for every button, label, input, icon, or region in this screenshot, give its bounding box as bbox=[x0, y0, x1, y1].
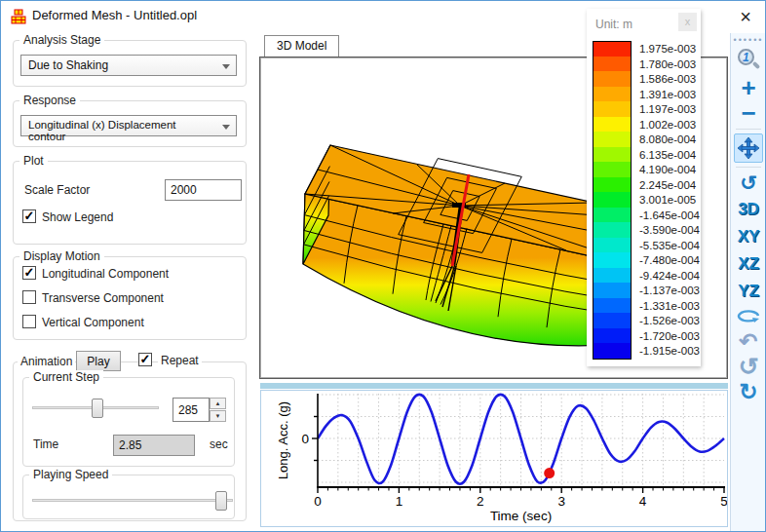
legend-color-chip bbox=[593, 268, 632, 285]
zoom-actual-icon[interactable]: 1 bbox=[734, 45, 763, 74]
legend-close-button[interactable]: x bbox=[678, 13, 697, 31]
acceleration-chart-panel: 0123450Time (sec)Long. Acc. (g) bbox=[260, 390, 728, 527]
x-tick-label: 4 bbox=[639, 494, 647, 509]
repeat-checkbox[interactable]: ✓ bbox=[138, 353, 152, 366]
zoom-in-icon[interactable]: + bbox=[734, 76, 763, 99]
display-motion-label: Display Motion bbox=[19, 249, 104, 263]
legend-value: -1.915e-003 bbox=[639, 344, 700, 359]
pan-icon[interactable] bbox=[734, 133, 763, 163]
legend-value: 4.190e-004 bbox=[639, 163, 696, 177]
legend-color-chip bbox=[593, 117, 632, 133]
plot-group: Plot bbox=[13, 161, 247, 245]
legend-value: 1.780e-003 bbox=[639, 57, 696, 72]
longitudinal-component-checkbox[interactable]: ✓ bbox=[22, 266, 36, 280]
legend-value: 1.391e-003 bbox=[639, 88, 696, 102]
animation-label: Animation bbox=[18, 355, 75, 368]
view-xz-button[interactable]: XZ bbox=[734, 251, 763, 277]
zoom-out-icon[interactable]: − bbox=[734, 101, 763, 125]
show-legend-label: Show Legend bbox=[42, 210, 113, 224]
vertical-component-label: Vertical Component bbox=[42, 316, 144, 329]
playing-speed-slider[interactable] bbox=[32, 491, 233, 511]
legend-value: -3.590e-004 bbox=[639, 223, 700, 238]
time-field bbox=[113, 435, 195, 456]
step-up-button[interactable]: ▲ bbox=[210, 398, 226, 409]
view-yz-button[interactable]: YZ bbox=[734, 279, 763, 304]
legend-color-chip bbox=[593, 162, 632, 178]
transverse-component-checkbox[interactable] bbox=[22, 290, 36, 304]
x-axis-title: Time (sec) bbox=[490, 509, 552, 523]
legend-value: 1.002e-003 bbox=[639, 118, 696, 133]
legend-value: -5.535e-004 bbox=[639, 239, 700, 253]
rotate-icon[interactable]: ↺ bbox=[734, 171, 763, 195]
legend-color-chip bbox=[593, 208, 632, 224]
legend-value: -7.480e-004 bbox=[639, 253, 700, 268]
scale-factor-input[interactable] bbox=[165, 179, 242, 201]
show-legend-checkbox[interactable]: ✓ bbox=[22, 209, 36, 223]
legend-value: -9.424e-004 bbox=[639, 269, 700, 284]
legend-value: 1.197e-003 bbox=[639, 102, 696, 117]
window-title: Deformed Mesh - Untitled.opl bbox=[32, 8, 197, 22]
vertical-component-checkbox[interactable] bbox=[22, 315, 36, 328]
current-step-slider[interactable] bbox=[32, 399, 159, 418]
legend-color-chip bbox=[593, 192, 632, 209]
slider-thumb[interactable] bbox=[92, 399, 103, 418]
legend-color-chip bbox=[593, 222, 632, 239]
analysis-stage-select[interactable]: Due to Shaking bbox=[20, 55, 237, 76]
orbit-icon[interactable] bbox=[734, 306, 763, 327]
time-label: Time bbox=[33, 437, 58, 451]
legend-color-chip bbox=[593, 298, 632, 315]
rotate-ccw-icon[interactable]: ↺ bbox=[734, 355, 763, 378]
legend-color-chip bbox=[593, 101, 632, 118]
window-close-button[interactable]: × bbox=[732, 4, 759, 29]
analysis-stage-value: Due to Shaking bbox=[28, 58, 108, 72]
scale-factor-label: Scale Factor bbox=[24, 183, 90, 197]
legend-color-chip bbox=[593, 313, 632, 329]
legend-color-chip bbox=[593, 132, 632, 148]
plot-label: Plot bbox=[19, 154, 48, 168]
legend-value: 8.080e-004 bbox=[639, 133, 696, 147]
app-icon bbox=[11, 9, 26, 24]
x-tick-label: 0 bbox=[314, 494, 322, 509]
legend-color-chip bbox=[593, 343, 632, 360]
app-window: Deformed Mesh - Untitled.opl × Analysis … bbox=[0, 0, 766, 532]
tab-3d-model[interactable]: 3D Model bbox=[264, 35, 339, 57]
legend-value: 3.001e-005 bbox=[639, 193, 696, 208]
acceleration-curve bbox=[318, 395, 724, 484]
toolbar-separator bbox=[736, 129, 761, 130]
splitter-handle[interactable] bbox=[260, 383, 728, 389]
legend-color-chip bbox=[593, 283, 632, 299]
legend-value: -1.331e-003 bbox=[639, 299, 700, 314]
slider-thumb[interactable] bbox=[215, 491, 227, 511]
view-xy-button[interactable]: XY bbox=[734, 224, 763, 249]
acceleration-chart: 0123450Time (sec)Long. Acc. (g) bbox=[261, 391, 727, 526]
response-label: Response bbox=[19, 94, 80, 107]
legend-value: -1.645e-004 bbox=[639, 209, 700, 223]
legend-value: 1.586e-003 bbox=[639, 72, 696, 87]
view-3d-button[interactable]: 3D bbox=[734, 197, 763, 222]
current-step-label: Current Step bbox=[29, 370, 103, 384]
time-unit-label: sec bbox=[210, 437, 228, 451]
legend-value: -1.526e-003 bbox=[639, 314, 700, 328]
current-step-input[interactable] bbox=[172, 398, 210, 422]
playing-speed-label: Playing Speed bbox=[29, 468, 112, 481]
response-select[interactable]: Longitudinal (x) Displacement contour bbox=[20, 115, 237, 136]
legend-value: -1.137e-003 bbox=[639, 284, 700, 298]
legend-color-chip bbox=[593, 87, 632, 103]
contour-legend-panel: Unit: m x 1.975e-0031.780e-0031.586e-003… bbox=[587, 9, 701, 366]
chevron-down-icon bbox=[222, 64, 230, 69]
step-down-button[interactable]: ▼ bbox=[210, 410, 226, 422]
legend-color-chip bbox=[593, 147, 632, 164]
legend-color-chip bbox=[593, 328, 632, 345]
legend-value: 2.245e-004 bbox=[639, 178, 696, 193]
undo-icon[interactable]: ↶ bbox=[734, 329, 763, 353]
play-button[interactable]: Play bbox=[76, 351, 121, 371]
transverse-component-label: Transverse Component bbox=[42, 291, 164, 305]
redo-icon[interactable]: ↻ bbox=[734, 380, 763, 403]
legend-color-chip bbox=[593, 252, 632, 269]
y-axis-title: Long. Acc. (g) bbox=[276, 401, 290, 479]
view-toolbar: ••••••1+−↺3DXYXZYZ↶↺↻ bbox=[730, 33, 766, 532]
legend-color-chip bbox=[593, 41, 632, 57]
x-tick-label: 5 bbox=[720, 494, 727, 509]
repeat-label: Repeat bbox=[158, 354, 202, 367]
longitudinal-component-label: Longitudinal Component bbox=[42, 267, 169, 281]
